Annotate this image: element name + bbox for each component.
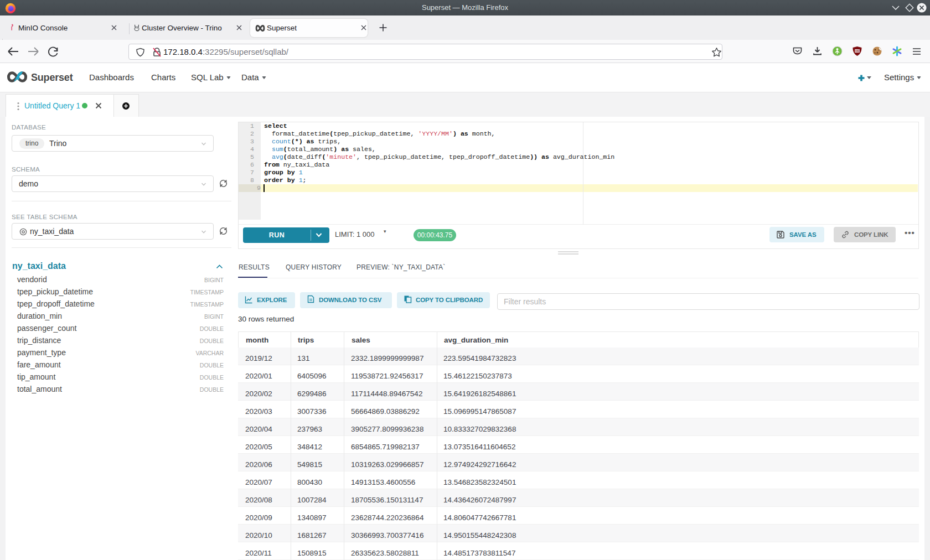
svg-text:UO: UO bbox=[855, 49, 860, 53]
